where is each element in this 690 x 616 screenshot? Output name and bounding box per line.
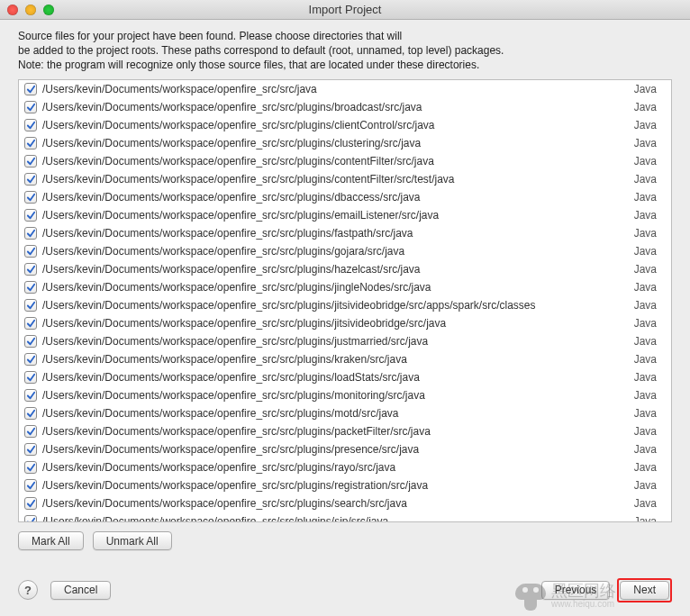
checkbox[interactable] [24,443,37,456]
directory-type: Java [629,317,666,330]
table-row[interactable]: /Users/kevin/Documents/workspace/openfir… [19,80,671,98]
next-button[interactable]: Next [620,581,669,600]
table-row[interactable]: /Users/kevin/Documents/workspace/openfir… [19,458,671,476]
checkbox[interactable] [24,137,37,149]
checkbox[interactable] [24,479,37,492]
directory-type: Java [629,335,666,348]
source-directories-list[interactable]: /Users/kevin/Documents/workspace/openfir… [18,79,672,522]
checkbox[interactable] [24,371,37,384]
table-row[interactable]: /Users/kevin/Documents/workspace/openfir… [19,224,671,242]
checkbox[interactable] [24,335,37,348]
checkbox[interactable] [24,515,37,522]
directory-path: /Users/kevin/Documents/workspace/openfir… [42,263,629,276]
table-row[interactable]: /Users/kevin/Documents/workspace/openfir… [19,278,671,296]
checkbox[interactable] [24,263,37,276]
checkbox[interactable] [24,497,37,510]
directory-type: Java [629,173,666,186]
table-row[interactable]: /Users/kevin/Documents/workspace/openfir… [19,404,671,422]
table-row[interactable]: /Users/kevin/Documents/workspace/openfir… [19,440,671,458]
directory-path: /Users/kevin/Documents/workspace/openfir… [42,371,629,384]
table-row[interactable]: /Users/kevin/Documents/workspace/openfir… [19,422,671,440]
directory-type: Java [629,299,666,312]
mark-all-button[interactable]: Mark All [18,531,84,550]
checkbox[interactable] [24,191,37,204]
checkbox[interactable] [24,461,37,474]
directory-path: /Users/kevin/Documents/workspace/openfir… [42,281,629,294]
directory-path: /Users/kevin/Documents/workspace/openfir… [42,83,629,95]
directory-path: /Users/kevin/Documents/workspace/openfir… [42,353,629,366]
checkbox[interactable] [24,353,37,366]
checkbox[interactable] [24,317,37,330]
checkbox[interactable] [24,209,37,222]
directory-path: /Users/kevin/Documents/workspace/openfir… [42,227,629,240]
checkbox[interactable] [24,299,37,312]
directory-type: Java [629,389,666,402]
checkbox[interactable] [24,407,37,420]
directory-path: /Users/kevin/Documents/workspace/openfir… [42,515,629,522]
table-row[interactable]: /Users/kevin/Documents/workspace/openfir… [19,188,671,206]
table-row[interactable]: /Users/kevin/Documents/workspace/openfir… [19,512,671,522]
directory-path: /Users/kevin/Documents/workspace/openfir… [42,101,629,113]
checkbox[interactable] [24,389,37,402]
directory-path: /Users/kevin/Documents/workspace/openfir… [42,497,629,510]
directory-type: Java [629,101,666,113]
minimize-icon[interactable] [25,5,36,15]
table-row[interactable]: /Users/kevin/Documents/workspace/openfir… [19,314,671,332]
checkbox[interactable] [24,173,37,186]
table-row[interactable]: /Users/kevin/Documents/workspace/openfir… [19,242,671,260]
zoom-icon[interactable] [43,5,54,15]
table-row[interactable]: /Users/kevin/Documents/workspace/openfir… [19,332,671,350]
directory-path: /Users/kevin/Documents/workspace/openfir… [42,245,629,258]
checkbox[interactable] [24,119,37,131]
table-row[interactable]: /Users/kevin/Documents/workspace/openfir… [19,494,671,512]
description-line: Note: the program will recognize only th… [18,58,672,72]
window-title: Import Project [0,3,690,16]
help-button[interactable]: ? [18,580,38,600]
description-line: Source files for your project have been … [18,29,672,43]
description-line: be added to the project roots. These pat… [18,43,672,58]
checkbox[interactable] [24,281,37,294]
checkbox[interactable] [24,245,37,258]
table-row[interactable]: /Users/kevin/Documents/workspace/openfir… [19,206,671,224]
directory-path: /Users/kevin/Documents/workspace/openfir… [42,443,629,456]
table-row[interactable]: /Users/kevin/Documents/workspace/openfir… [19,152,671,170]
directory-type: Java [629,461,666,474]
directory-path: /Users/kevin/Documents/workspace/openfir… [42,479,629,492]
directory-path: /Users/kevin/Documents/workspace/openfir… [42,119,629,131]
bottom-bar: ? Cancel Previous Next [0,573,690,616]
checkbox[interactable] [24,155,37,168]
checkbox[interactable] [24,101,37,113]
directory-type: Java [629,209,666,222]
previous-button[interactable]: Previous [541,581,611,600]
table-row[interactable]: /Users/kevin/Documents/workspace/openfir… [19,350,671,368]
table-row[interactable]: /Users/kevin/Documents/workspace/openfir… [19,368,671,386]
table-row[interactable]: /Users/kevin/Documents/workspace/openfir… [19,116,671,134]
directory-type: Java [629,515,666,522]
directory-path: /Users/kevin/Documents/workspace/openfir… [42,317,629,330]
directory-path: /Users/kevin/Documents/workspace/openfir… [42,299,629,312]
table-row[interactable]: /Users/kevin/Documents/workspace/openfir… [19,476,671,494]
checkbox[interactable] [24,425,37,438]
directory-type: Java [629,263,666,276]
cancel-button[interactable]: Cancel [50,581,111,600]
table-row[interactable]: /Users/kevin/Documents/workspace/openfir… [19,386,671,404]
directory-type: Java [629,425,666,438]
table-row[interactable]: /Users/kevin/Documents/workspace/openfir… [19,134,671,152]
directory-type: Java [629,227,666,240]
table-row[interactable]: /Users/kevin/Documents/workspace/openfir… [19,170,671,188]
directory-path: /Users/kevin/Documents/workspace/openfir… [42,461,629,474]
directory-path: /Users/kevin/Documents/workspace/openfir… [42,425,629,438]
directory-path: /Users/kevin/Documents/workspace/openfir… [42,389,629,402]
next-highlight: Next [617,578,672,602]
directory-type: Java [629,371,666,384]
table-row[interactable]: /Users/kevin/Documents/workspace/openfir… [19,296,671,314]
close-icon[interactable] [7,5,18,15]
directory-type: Java [629,155,666,168]
directory-type: Java [629,281,666,294]
checkbox[interactable] [24,227,37,240]
checkbox[interactable] [24,83,37,95]
table-row[interactable]: /Users/kevin/Documents/workspace/openfir… [19,260,671,278]
table-row[interactable]: /Users/kevin/Documents/workspace/openfir… [19,98,671,116]
unmark-all-button[interactable]: Unmark All [93,531,172,550]
directory-path: /Users/kevin/Documents/workspace/openfir… [42,173,629,186]
